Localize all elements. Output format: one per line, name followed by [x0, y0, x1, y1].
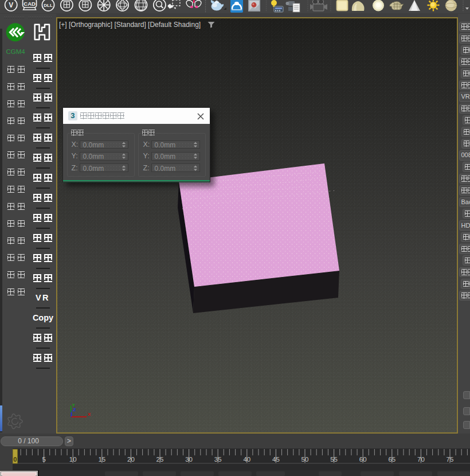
svg-text:CAD: CAD — [23, 1, 36, 7]
svg-text:30: 30 — [185, 456, 193, 463]
svg-text:50: 50 — [301, 456, 309, 463]
svg-text:0: 0 — [13, 456, 17, 463]
svg-text:Z: Z — [73, 407, 76, 412]
svg-text:25: 25 — [156, 456, 164, 463]
svg-text:15: 15 — [98, 456, 105, 463]
svg-text:65: 65 — [388, 456, 395, 463]
svg-text:60: 60 — [359, 456, 367, 463]
svg-text:75: 75 — [446, 456, 454, 463]
svg-text:5: 5 — [42, 456, 45, 463]
svg-text:V: V — [9, 1, 13, 9]
svg-text:70: 70 — [417, 456, 425, 463]
svg-text:X: X — [88, 412, 91, 417]
svg-text:45: 45 — [272, 456, 280, 463]
svg-text:35: 35 — [214, 456, 222, 463]
svg-text:10: 10 — [69, 456, 77, 463]
svg-text:20: 20 — [127, 456, 135, 463]
svg-text:55: 55 — [330, 456, 338, 463]
svg-text:40: 40 — [243, 456, 250, 463]
svg-text:DLL: DLL — [44, 3, 53, 8]
